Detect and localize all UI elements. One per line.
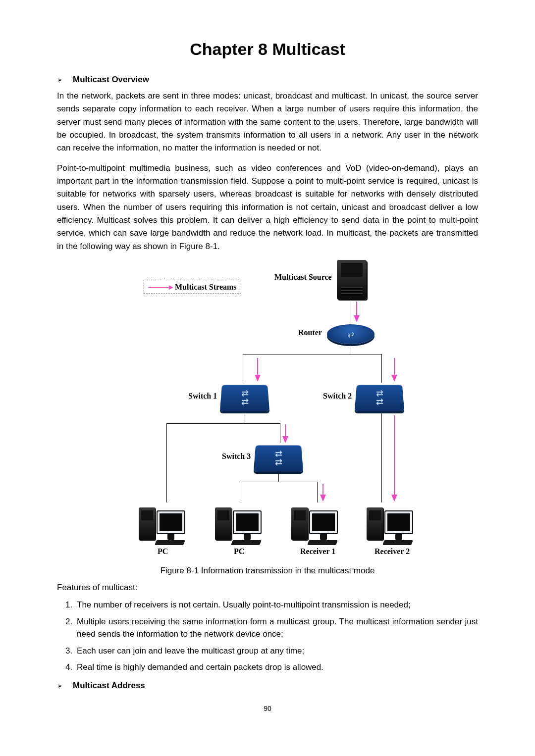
bullet-arrow-icon: ➢ — [57, 682, 64, 690]
features-list: The number of receivers is not certain. … — [75, 599, 478, 674]
section-heading-address: ➢ Multicast Address — [57, 681, 478, 691]
section-label: Multicast Address — [73, 681, 145, 691]
figure-8-1: ———▸ Multicast Streams Multicast Source … — [109, 260, 426, 557]
paragraph-2: Point-to-multipoint multimedia business,… — [57, 162, 478, 253]
feature-item: Each user can join and leave the multica… — [75, 645, 478, 657]
section-label: Multicast Overview — [73, 75, 149, 85]
page-number: 90 — [57, 705, 478, 712]
bullet-arrow-icon: ➢ — [57, 76, 64, 84]
chapter-title: Chapter 8 Multicast — [57, 40, 478, 59]
feature-item: Multiple users receiving the same inform… — [75, 615, 478, 641]
document-page: Chapter 8 Multicast ➢ Multicast Overview… — [57, 0, 478, 732]
multicast-diagram: ———▸ Multicast Streams Multicast Source … — [109, 260, 426, 557]
feature-item: Real time is highly demanded and certain… — [75, 661, 478, 674]
features-intro: Features of multicast: — [57, 583, 478, 593]
paragraph-1: In the network, packets are sent in thre… — [57, 90, 478, 155]
figure-caption: Figure 8-1 Information transmission in t… — [57, 566, 478, 576]
section-heading-overview: ➢ Multicast Overview — [57, 75, 478, 85]
feature-item: The number of receivers is not certain. … — [75, 599, 478, 611]
multicast-stream-arrows — [109, 260, 426, 557]
